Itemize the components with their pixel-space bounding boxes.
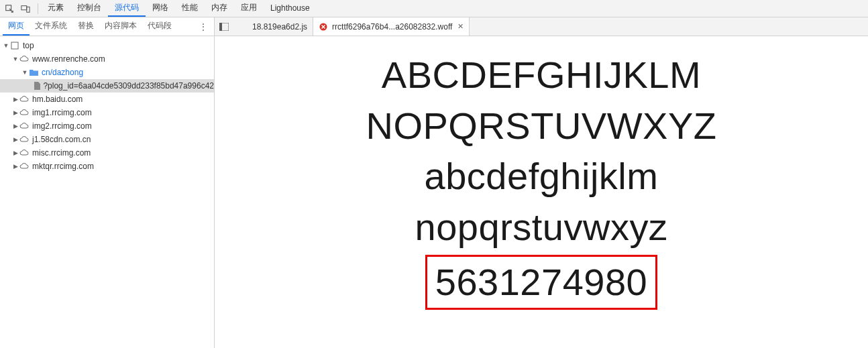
tab-console[interactable]: 控制台 [70,0,108,17]
tree-root[interactable]: ▼ top [0,39,214,52]
tree-domain[interactable]: ▶ img1.rrcimg.com [0,106,214,119]
chevron-down-icon: ▼ [3,42,9,49]
navigator-toggle-icon[interactable] [216,19,232,35]
cloud-icon [19,123,30,129]
tree-label: img2.rrcimg.com [32,121,92,131]
file-tab-woff[interactable]: rrcttf6296a76b4...a26082832.woff ✕ [313,17,470,36]
chevron-right-icon: ▶ [12,123,19,129]
separator [38,3,38,14]
cloud-icon [19,56,30,62]
source-tree[interactable]: ▼ top ▼ www.renrenche.com ▼ cn/ [0,36,214,348]
cloud-icon [19,96,30,103]
tree-label: img1.rrcimg.com [32,108,92,117]
tree-label: www.renrenche.com [32,54,105,64]
font-preview: ABCDEFGHIJKLM NOPQRSTUVWXYZ abcdefghijkl… [366,50,717,310]
tree-domain[interactable]: ▶ mktqr.rrcimg.com [0,160,214,173]
tab-elements[interactable]: 元素 [41,0,70,17]
chevron-down-icon: ▼ [12,56,19,62]
editor-panel: 18.819ea6d2.js rrcttf6296a76b4...a260828… [215,17,868,348]
font-preview-line: nopqrstuvwxyz [366,202,717,253]
font-preview-line: NOPQRSTUVWXYZ [366,101,717,152]
tab-lighthouse[interactable]: Lighthouse [264,0,317,17]
tab-memory[interactable]: 内存 [205,0,234,17]
tree-label: hm.baidu.com [32,95,83,104]
tree-domain[interactable]: ▶ img2.rrcimg.com [0,119,214,133]
chevron-right-icon: ▶ [12,96,19,103]
cloud-icon [19,150,30,156]
tree-domain[interactable]: ▼ www.renrenche.com [0,52,214,66]
tab-performance[interactable]: 性能 [175,0,205,17]
tree-label: mktqr.rrcimg.com [32,162,94,171]
tree-label: misc.rrcimg.com [32,148,91,158]
tab-sources[interactable]: 源代码 [108,0,146,17]
font-preview-area: ABCDEFGHIJKLM NOPQRSTUVWXYZ abcdefghijkl… [215,36,868,348]
chevron-right-icon: ▶ [12,150,19,156]
cloud-icon [19,136,30,143]
font-preview-line: ABCDEFGHIJKLM [366,50,717,101]
font-preview-numbers: 5631274980 [425,255,657,310]
subtab-snippets[interactable]: 代码段 [142,17,177,36]
device-toggle-icon[interactable] [19,2,32,15]
svg-rect-2 [27,7,30,12]
subtab-overrides[interactable]: 替换 [72,17,99,36]
tree-domain[interactable]: ▶ j1.58cdn.com.cn [0,133,214,146]
inspect-icon[interactable] [3,2,16,15]
file-tab-label: rrcttf6296a76b4...a26082832.woff [332,22,452,32]
tree-domain[interactable]: ▶ hm.baidu.com [0,93,214,106]
subtab-filesystem[interactable]: 文件系统 [30,17,72,36]
file-tab-js[interactable]: 18.819ea6d2.js [233,17,313,36]
cloud-icon [19,163,30,170]
svg-rect-1 [21,5,27,9]
js-file-icon [239,22,248,32]
more-icon[interactable]: ⋮ [195,22,211,32]
subtab-page[interactable]: 网页 [3,17,30,36]
devtools-toolbar: 元素 控制台 源代码 网络 性能 内存 应用 Lighthouse [0,0,868,17]
frame-icon [9,42,20,50]
chevron-right-icon: ▶ [12,109,19,116]
tree-file[interactable]: ?plog_id=6aa04cde5309dd233f85bd47a996c42 [0,79,214,93]
tree-label: cn/dazhong [42,68,83,77]
tree-domain[interactable]: ▶ misc.rrcimg.com [0,146,214,160]
file-tab-label: 18.819ea6d2.js [252,22,307,32]
tree-folder[interactable]: ▼ cn/dazhong [0,66,214,79]
main-tabs: 元素 控制台 源代码 网络 性能 内存 应用 Lighthouse [41,0,317,17]
sources-sidebar: 网页 文件系统 替换 内容脚本 代码段 ⋮ ▼ top ▼ www. [0,17,215,348]
chevron-down-icon: ▼ [21,69,28,76]
tree-label: j1.58cdn.com.cn [32,135,91,144]
cloud-icon [19,109,30,116]
main-area: 网页 文件系统 替换 内容脚本 代码段 ⋮ ▼ top ▼ www. [0,17,868,348]
tree-label: ?plog_id=6aa04cde5309dd233f85bd47a996c42 [43,81,214,91]
error-icon [319,22,328,32]
svg-rect-5 [219,23,222,31]
svg-rect-3 [11,42,18,49]
subtab-content-scripts[interactable]: 内容脚本 [99,17,142,36]
file-tabs: 18.819ea6d2.js rrcttf6296a76b4...a260828… [215,17,868,36]
close-icon[interactable]: ✕ [457,22,464,31]
tree-label: top [23,41,34,50]
chevron-right-icon: ▶ [12,163,19,170]
chevron-right-icon: ▶ [12,136,19,143]
font-preview-line: abcdefghijklm [366,151,717,202]
sources-sub-tabs: 网页 文件系统 替换 内容脚本 代码段 ⋮ [0,17,214,36]
tab-network[interactable]: 网络 [146,0,175,17]
folder-icon [28,69,39,76]
file-icon [34,82,40,90]
tab-application[interactable]: 应用 [234,0,264,17]
